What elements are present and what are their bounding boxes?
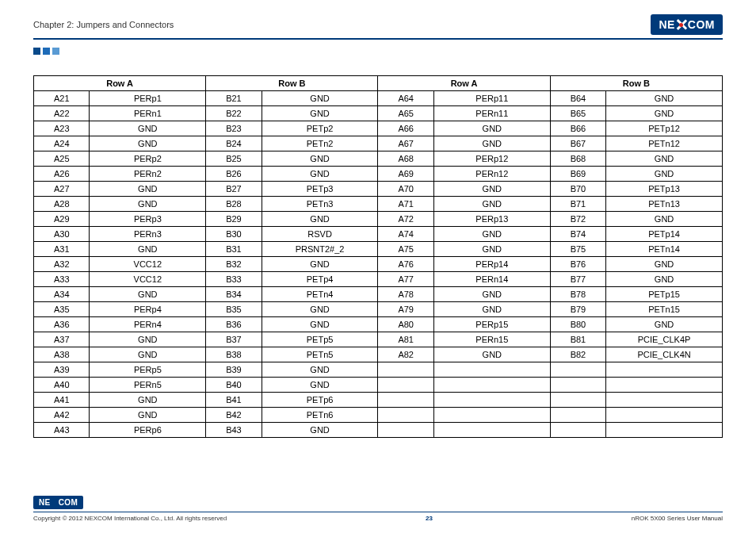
table-cell: B27 bbox=[206, 182, 262, 197]
table-row: A43PERp6B43GND bbox=[34, 423, 723, 438]
page-footer: NE COM Copyright © 2012 NEXCOM Internati… bbox=[33, 494, 723, 523]
table-cell: GND bbox=[606, 91, 723, 106]
table-cell bbox=[433, 393, 550, 408]
table-row: A22PERn1B22GNDA65PERn11B65GND bbox=[34, 106, 723, 121]
table-cell bbox=[550, 423, 605, 438]
table-cell: A70 bbox=[378, 182, 433, 197]
copyright-text: Copyright © 2012 NEXCOM International Co… bbox=[33, 515, 227, 522]
table-cell: B34 bbox=[206, 287, 262, 302]
table-cell: PERp14 bbox=[433, 257, 550, 272]
table-cell bbox=[378, 393, 433, 408]
table-cell: GND bbox=[90, 408, 206, 423]
logo-x-icon bbox=[676, 19, 687, 30]
table-cell: GND bbox=[262, 378, 378, 393]
table-cell: GND bbox=[262, 362, 378, 378]
table-cell: PERn5 bbox=[90, 378, 206, 393]
table-cell: PETp4 bbox=[262, 272, 378, 287]
table-cell: PETn2 bbox=[262, 136, 378, 151]
table-cell: A68 bbox=[378, 151, 433, 167]
table-cell: B35 bbox=[206, 302, 262, 317]
table-cell: B77 bbox=[550, 272, 605, 287]
table-cell: PETn4 bbox=[262, 287, 378, 302]
table-row: A42GNDB42PETn6 bbox=[34, 408, 723, 423]
table-cell: A79 bbox=[378, 302, 433, 317]
table-cell: A77 bbox=[378, 272, 433, 287]
table-cell: GND bbox=[433, 227, 550, 242]
table-cell: B25 bbox=[206, 151, 262, 167]
table-row: A27GNDB27PETp3A70GNDB70PETp13 bbox=[34, 182, 723, 197]
table-cell: PETp6 bbox=[262, 393, 378, 408]
table-cell: B30 bbox=[206, 227, 262, 242]
table-cell: A41 bbox=[34, 393, 90, 408]
table-cell bbox=[550, 378, 605, 393]
table-cell: B32 bbox=[206, 257, 262, 272]
table-cell: B74 bbox=[550, 227, 605, 242]
table-cell bbox=[378, 362, 433, 378]
col-header-row-b-2: Row B bbox=[550, 76, 722, 91]
table-cell: B24 bbox=[206, 136, 262, 151]
table-cell: GND bbox=[433, 347, 550, 362]
table-cell: B68 bbox=[550, 151, 605, 167]
table-cell: PETn6 bbox=[262, 408, 378, 423]
table-cell: PETp12 bbox=[606, 121, 723, 136]
logo-text-right: COM bbox=[688, 18, 715, 31]
footer-logo-left: NE bbox=[39, 498, 51, 507]
decorative-squares bbox=[33, 48, 723, 55]
manual-title: nROK 5X00 Series User Manual bbox=[632, 515, 723, 522]
table-cell: B76 bbox=[550, 257, 605, 272]
table-cell: A71 bbox=[378, 197, 433, 212]
table-cell: GND bbox=[262, 91, 378, 106]
table-cell: PETp15 bbox=[606, 287, 723, 302]
table-cell: GND bbox=[90, 182, 206, 197]
table-cell: GND bbox=[90, 393, 206, 408]
table-cell: A21 bbox=[34, 91, 90, 106]
table-cell: PERp3 bbox=[90, 212, 206, 227]
table-cell: B67 bbox=[550, 136, 605, 151]
table-cell: PETp3 bbox=[262, 182, 378, 197]
table-cell: A69 bbox=[378, 167, 433, 182]
table-cell: A64 bbox=[378, 91, 433, 106]
table-cell: A80 bbox=[378, 317, 433, 332]
table-cell: PERn2 bbox=[90, 167, 206, 182]
table-row: A26PERn2B26GNDA69PERn12B69GND bbox=[34, 167, 723, 182]
table-cell: B75 bbox=[550, 242, 605, 257]
footer-rule bbox=[33, 512, 723, 513]
table-cell: GND bbox=[90, 136, 206, 151]
table-cell: A39 bbox=[34, 362, 90, 378]
table-cell: PERp2 bbox=[90, 151, 206, 167]
table-cell: A34 bbox=[34, 287, 90, 302]
table-cell: A28 bbox=[34, 197, 90, 212]
table-row: A37GNDB37PETp5A81PERn15B81PCIE_CLK4P bbox=[34, 332, 723, 347]
table-cell: A81 bbox=[378, 332, 433, 347]
table-cell: B36 bbox=[206, 317, 262, 332]
table-cell bbox=[550, 362, 605, 378]
table-cell: B70 bbox=[550, 182, 605, 197]
table-row: A24GNDB24PETn2A67GNDB67PETn12 bbox=[34, 136, 723, 151]
table-cell bbox=[606, 423, 723, 438]
table-cell: A27 bbox=[34, 182, 90, 197]
table-cell: GND bbox=[90, 242, 206, 257]
table-cell: PETn3 bbox=[262, 197, 378, 212]
table-cell: PETn14 bbox=[606, 242, 723, 257]
table-row: A30PERn3B30RSVDA74GNDB74PETp14 bbox=[34, 227, 723, 242]
table-cell: A42 bbox=[34, 408, 90, 423]
table-cell: GND bbox=[433, 287, 550, 302]
table-cell bbox=[550, 393, 605, 408]
table-row: A38GNDB38PETn5A82GNDB82PCIE_CLK4N bbox=[34, 347, 723, 362]
table-cell bbox=[433, 378, 550, 393]
table-cell: B40 bbox=[206, 378, 262, 393]
table-cell: GND bbox=[606, 151, 723, 167]
page-header: Chapter 2: Jumpers and Connectors NE COM bbox=[33, 14, 723, 35]
table-cell: B39 bbox=[206, 362, 262, 378]
table-cell: GND bbox=[262, 212, 378, 227]
table-cell: PERp12 bbox=[433, 151, 550, 167]
table-row: A32VCC12B32GNDA76PERp14B76GND bbox=[34, 257, 723, 272]
table-cell: B21 bbox=[206, 91, 262, 106]
table-cell: PERn3 bbox=[90, 227, 206, 242]
table-cell: RSVD bbox=[262, 227, 378, 242]
table-cell bbox=[606, 362, 723, 378]
table-cell bbox=[378, 378, 433, 393]
table-cell: GND bbox=[90, 121, 206, 136]
table-cell: B29 bbox=[206, 212, 262, 227]
table-cell: B78 bbox=[550, 287, 605, 302]
